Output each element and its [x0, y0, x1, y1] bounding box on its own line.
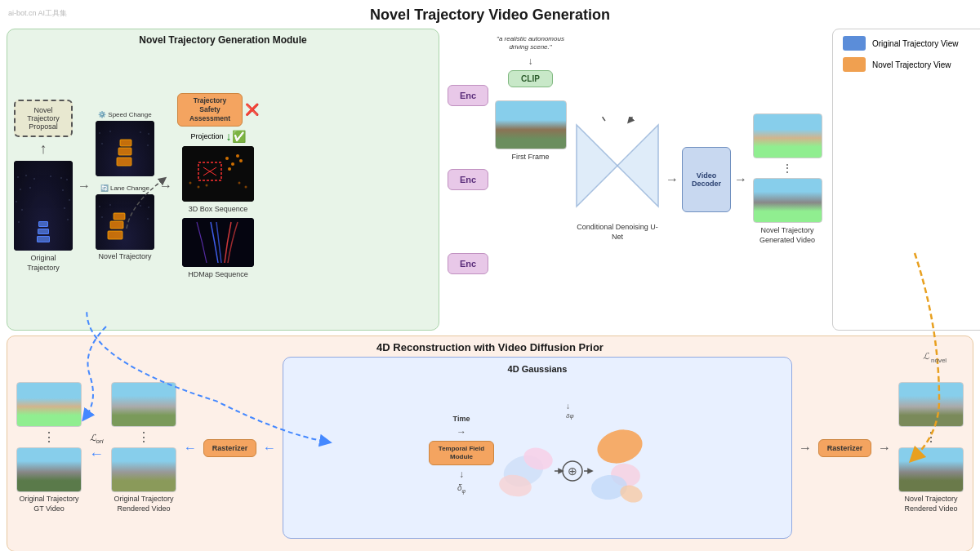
right-dots: ⋮	[924, 429, 938, 445]
original-trajectory-label: Original Trajectory	[14, 254, 73, 273]
svg-point-38	[231, 162, 234, 166]
svg-point-8	[62, 189, 64, 191]
svg-point-40	[239, 159, 243, 162]
svg-rect-33	[182, 146, 254, 202]
gt-dots: ⋮	[42, 429, 56, 445]
novel-trajectory-proposal: Novel TrajectoryProposal	[14, 100, 73, 137]
svg-point-25	[109, 204, 111, 206]
rendered-dots: ⋮	[137, 429, 150, 445]
enc-box-2: Enc	[448, 169, 488, 190]
svg-point-46	[245, 185, 247, 188]
svg-point-15	[99, 132, 100, 134]
svg-text:⊕: ⊕	[568, 464, 577, 478]
svg-point-44	[206, 184, 208, 186]
svg-rect-32	[114, 213, 125, 220]
svg-point-0	[17, 176, 19, 178]
svg-point-1	[25, 175, 27, 176]
svg-marker-48	[577, 125, 617, 207]
right-vid-1	[898, 382, 964, 427]
gt-video-col: ⋮ Original Trajectory GT Video	[16, 382, 82, 513]
legend-box: Original Trajectory View Novel Trajector…	[832, 29, 980, 331]
legend-novel-text: Novel Trajectory View	[872, 60, 951, 69]
rendered-video-col: ⋮ Original Trajectory Rendered Video	[110, 382, 177, 513]
svg-point-16	[109, 131, 111, 132]
unet-shape	[572, 117, 662, 223]
svg-rect-31	[110, 221, 123, 229]
rasterizer-right: Rasterizer	[818, 439, 871, 457]
speed-change-label: ⚙️ Speed Change	[98, 111, 151, 118]
unet-label: Conditional Denoising U-Net	[572, 223, 662, 242]
legend-novel: Novel Trajectory View	[843, 57, 977, 72]
output-image-1	[753, 113, 822, 158]
svg-point-17	[140, 131, 141, 133]
ntgm-box: Novel Trajectory Generation Module Novel…	[7, 29, 439, 331]
pipeline-area: Enc Enc Enc "a realistic autonomous driv…	[444, 29, 827, 331]
3d-box-sequence-label: 3D Box Sequence	[189, 205, 248, 215]
svg-point-2	[33, 178, 35, 180]
legend-original-color	[843, 36, 866, 51]
first-frame-image	[495, 100, 567, 149]
svg-rect-21	[117, 158, 131, 166]
watermark: ai-bot.cn AI工具集	[8, 8, 67, 19]
output-image-2	[753, 178, 822, 223]
tfm-box: Temporal Field Module	[429, 441, 494, 466]
svg-point-28	[101, 216, 103, 218]
gaussians-box: 4D Gaussians Time → Temporal Field Modul…	[283, 357, 792, 539]
svg-point-57	[594, 424, 646, 468]
svg-point-24	[99, 206, 100, 207]
enc-box-1: Enc	[448, 85, 488, 106]
first-frame-label: First Frame	[512, 153, 550, 162]
main-title: Novel Trajectory Video Generation	[7, 7, 973, 24]
svg-point-6	[20, 189, 21, 190]
svg-point-14	[67, 219, 69, 220]
gt-vid-1	[16, 382, 82, 427]
delta-label: δφ	[457, 483, 466, 494]
main-container: ai-bot.cn AI工具集 Novel Trajectory Video G…	[0, 0, 980, 551]
svg-point-7	[29, 187, 31, 189]
rendered-vid-1	[111, 382, 176, 427]
svg-point-5	[66, 179, 68, 180]
svg-point-37	[225, 157, 229, 160]
svg-point-10	[69, 199, 70, 201]
projection-label: Projection	[190, 132, 223, 140]
svg-rect-30	[108, 231, 122, 239]
right-video-label: Novel Trajectory Rendered Video	[898, 495, 964, 513]
svg-point-27	[148, 207, 149, 208]
svg-point-18	[148, 133, 149, 135]
quote-text: "a realistic autonomous driving scene."	[494, 35, 568, 52]
output-stack: ⋮ Novel Trajectory Generated Video	[751, 29, 824, 331]
svg-point-3	[50, 176, 51, 177]
svg-rect-23	[120, 140, 131, 146]
svg-point-19	[101, 143, 103, 144]
bottom-content: ⋮ Original Trajectory GT Video ℒori ← ⋮ …	[16, 357, 964, 539]
svg-point-4	[60, 177, 62, 179]
right-vid-2	[898, 447, 964, 492]
gaussians-blobs: ⊕	[499, 398, 646, 512]
gt-video-label: Original Trajectory GT Video	[16, 495, 82, 513]
rendered-vid-2	[111, 447, 176, 492]
svg-point-11	[21, 209, 23, 211]
video-decoder-box: Video Decoder	[682, 147, 731, 212]
svg-point-12	[64, 207, 65, 209]
svg-point-42	[189, 181, 192, 184]
svg-marker-49	[617, 125, 658, 207]
svg-point-13	[18, 221, 20, 223]
rendered-video-label: Original Trajectory Rendered Video	[110, 495, 177, 513]
enc-box-3: Enc	[448, 253, 488, 274]
top-section: Novel Trajectory Generation Module Novel…	[7, 29, 973, 331]
legend-novel-color	[843, 57, 866, 72]
gaussians-title: 4D Gaussians	[508, 364, 568, 374]
svg-point-26	[140, 205, 141, 207]
svg-point-20	[147, 144, 149, 146]
ntgm-title: Novel Trajectory Generation Module	[14, 34, 432, 46]
gt-vid-2	[16, 447, 82, 492]
time-label: Time	[453, 415, 470, 423]
bottom-title: 4D Reconstruction with Video Diffusion P…	[16, 341, 964, 353]
svg-point-45	[238, 181, 241, 184]
right-video-col: ⋮ Novel Trajectory Rendered Video	[898, 382, 964, 513]
lane-change-label: 🔄 Lane Change	[100, 184, 149, 192]
svg-point-41	[228, 167, 231, 171]
novel-trajectory-generated-label: Novel Trajectory Generated Video	[751, 226, 824, 245]
novel-trajectory-label: Novel Trajectory	[98, 252, 151, 262]
rasterizer-left: Rasterizer	[203, 439, 256, 457]
